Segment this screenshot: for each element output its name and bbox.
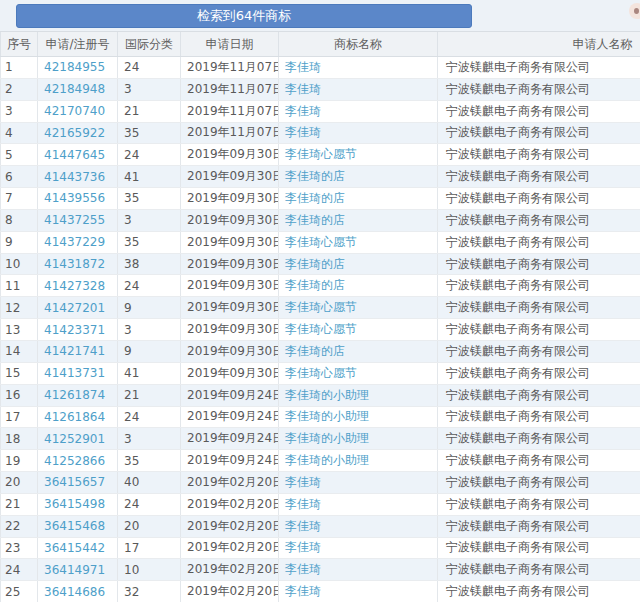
applicant-name-value: 宁波镁麒电子商务有限公司 xyxy=(438,406,640,428)
trademark-name-link[interactable]: 李佳琦 xyxy=(279,559,438,581)
registration-number-link[interactable]: 41252866 xyxy=(38,450,118,472)
row-index: 4 xyxy=(1,122,38,144)
trademark-name-link[interactable]: 李佳琦 xyxy=(279,537,438,559)
intl-class-value: 21 xyxy=(118,100,181,122)
registration-number-link[interactable]: 41421741 xyxy=(38,340,118,362)
applicant-name-value: 宁波镁麒电子商务有限公司 xyxy=(438,450,640,472)
trademark-name-link[interactable]: 李佳琦的店 xyxy=(279,253,438,275)
header-applicant-name: 申请人名称 xyxy=(438,32,640,57)
trademark-name-link[interactable]: 李佳琦的店 xyxy=(279,275,438,297)
trademark-name-link[interactable]: 李佳琦的小助理 xyxy=(279,428,438,450)
registration-number-link[interactable]: 36414971 xyxy=(38,559,118,581)
registration-number-link[interactable]: 36415498 xyxy=(38,493,118,515)
intl-class-value: 24 xyxy=(118,57,181,79)
apply-date-value: 2019年09月24日 xyxy=(181,406,279,428)
trademark-name-link[interactable]: 李佳琦 xyxy=(279,57,438,79)
trademark-name-link[interactable]: 李佳琦的店 xyxy=(279,188,438,210)
trademark-name-link[interactable]: 李佳琦心愿节 xyxy=(279,362,438,384)
trademark-name-link[interactable]: 李佳琦的店 xyxy=(279,340,438,362)
registration-number-link[interactable]: 42165922 xyxy=(38,122,118,144)
header-intl-class: 国际分类 xyxy=(118,32,181,57)
row-index: 9 xyxy=(1,231,38,253)
registration-number-link[interactable]: 41447645 xyxy=(38,144,118,166)
table-header: 序号 申请/注册号 国际分类 申请日期 商标名称 申请人名称 xyxy=(1,32,640,57)
row-index: 20 xyxy=(1,472,38,494)
applicant-name-value: 宁波镁麒电子商务有限公司 xyxy=(438,384,640,406)
registration-number-link[interactable]: 42170740 xyxy=(38,100,118,122)
table-row: 15 41413731 41 2019年09月30日 李佳琦心愿节 宁波镁麒电子… xyxy=(1,362,640,384)
intl-class-value: 9 xyxy=(118,297,181,319)
search-result-count-button[interactable]: 检索到64件商标 xyxy=(16,4,472,28)
trademark-name-link[interactable]: 李佳琦 xyxy=(279,581,438,602)
trademark-results-table: 序号 申请/注册号 国际分类 申请日期 商标名称 申请人名称 1 4218495… xyxy=(0,32,640,602)
registration-number-link[interactable]: 41427201 xyxy=(38,297,118,319)
registration-number-link[interactable]: 41427328 xyxy=(38,275,118,297)
registration-number-link[interactable]: 41437255 xyxy=(38,209,118,231)
trademark-name-link[interactable]: 李佳琦 xyxy=(279,78,438,100)
registration-number-link[interactable]: 36415657 xyxy=(38,472,118,494)
trademark-name-link[interactable]: 李佳琦的小助理 xyxy=(279,450,438,472)
row-index: 11 xyxy=(1,275,38,297)
row-index: 2 xyxy=(1,78,38,100)
trademark-name-link[interactable]: 李佳琦的小助理 xyxy=(279,384,438,406)
apply-date-value: 2019年09月30日 xyxy=(181,209,279,231)
table-row: 21 36415498 24 2019年02月20日 李佳琦 宁波镁麒电子商务有… xyxy=(1,493,640,515)
registration-number-link[interactable]: 41439556 xyxy=(38,188,118,210)
registration-number-link[interactable]: 41252901 xyxy=(38,428,118,450)
applicant-name-value: 宁波镁麒电子商务有限公司 xyxy=(438,581,640,602)
registration-number-link[interactable]: 41443736 xyxy=(38,166,118,188)
trademark-name-link[interactable]: 李佳琦的店 xyxy=(279,166,438,188)
table-row: 20 36415657 40 2019年02月20日 李佳琦 宁波镁麒电子商务有… xyxy=(1,472,640,494)
registration-number-link[interactable]: 42184948 xyxy=(38,78,118,100)
registration-number-link[interactable]: 41413731 xyxy=(38,362,118,384)
top-bar: 检索到64件商标 xyxy=(0,0,640,32)
registration-number-link[interactable]: 36415442 xyxy=(38,537,118,559)
trademark-name-link[interactable]: 李佳琦的小助理 xyxy=(279,406,438,428)
table-row: 13 41423371 3 2019年09月30日 李佳琦心愿节 宁波镁麒电子商… xyxy=(1,319,640,341)
trademark-name-link[interactable]: 李佳琦心愿节 xyxy=(279,231,438,253)
registration-number-link[interactable]: 41423371 xyxy=(38,319,118,341)
apply-date-value: 2019年02月20日 xyxy=(181,493,279,515)
row-index: 14 xyxy=(1,340,38,362)
trademark-name-link[interactable]: 李佳琦 xyxy=(279,515,438,537)
row-index: 5 xyxy=(1,144,38,166)
applicant-name-value: 宁波镁麒电子商务有限公司 xyxy=(438,559,640,581)
table-row: 14 41421741 9 2019年09月30日 李佳琦的店 宁波镁麒电子商务… xyxy=(1,340,640,362)
row-index: 7 xyxy=(1,188,38,210)
trademark-name-link[interactable]: 李佳琦心愿节 xyxy=(279,144,438,166)
row-index: 22 xyxy=(1,515,38,537)
table-header-row: 序号 申请/注册号 国际分类 申请日期 商标名称 申请人名称 xyxy=(1,32,640,57)
row-index: 6 xyxy=(1,166,38,188)
table-body: 1 42184955 24 2019年11月07日 李佳琦 宁波镁麒电子商务有限… xyxy=(1,57,640,602)
applicant-name-value: 宁波镁麒电子商务有限公司 xyxy=(438,493,640,515)
table-row: 22 36415468 20 2019年02月20日 李佳琦 宁波镁麒电子商务有… xyxy=(1,515,640,537)
applicant-name-value: 宁波镁麒电子商务有限公司 xyxy=(438,144,640,166)
intl-class-value: 24 xyxy=(118,275,181,297)
table-row: 17 41261864 24 2019年09月24日 李佳琦的小助理 宁波镁麒电… xyxy=(1,406,640,428)
registration-number-link[interactable]: 36415468 xyxy=(38,515,118,537)
registration-number-link[interactable]: 41261864 xyxy=(38,406,118,428)
registration-number-link[interactable]: 41261874 xyxy=(38,384,118,406)
intl-class-value: 35 xyxy=(118,188,181,210)
trademark-name-link[interactable]: 李佳琦 xyxy=(279,493,438,515)
registration-number-link[interactable]: 42184955 xyxy=(38,57,118,79)
row-index: 10 xyxy=(1,253,38,275)
trademark-name-link[interactable]: 李佳琦心愿节 xyxy=(279,319,438,341)
trademark-name-link[interactable]: 李佳琦 xyxy=(279,472,438,494)
intl-class-value: 10 xyxy=(118,559,181,581)
apply-date-value: 2019年09月30日 xyxy=(181,166,279,188)
apply-date-value: 2019年09月30日 xyxy=(181,275,279,297)
registration-number-link[interactable]: 41437229 xyxy=(38,231,118,253)
applicant-name-value: 宁波镁麒电子商务有限公司 xyxy=(438,231,640,253)
trademark-name-link[interactable]: 李佳琦 xyxy=(279,100,438,122)
trademark-name-link[interactable]: 李佳琦的店 xyxy=(279,209,438,231)
applicant-name-value: 宁波镁麒电子商务有限公司 xyxy=(438,362,640,384)
applicant-name-value: 宁波镁麒电子商务有限公司 xyxy=(438,515,640,537)
registration-number-link[interactable]: 36414686 xyxy=(38,581,118,602)
registration-number-link[interactable]: 41431872 xyxy=(38,253,118,275)
trademark-name-link[interactable]: 李佳琦心愿节 xyxy=(279,297,438,319)
applicant-name-value: 宁波镁麒电子商务有限公司 xyxy=(438,275,640,297)
applicant-name-value: 宁波镁麒电子商务有限公司 xyxy=(438,166,640,188)
trademark-name-link[interactable]: 李佳琦 xyxy=(279,122,438,144)
apply-date-value: 2019年09月30日 xyxy=(181,188,279,210)
